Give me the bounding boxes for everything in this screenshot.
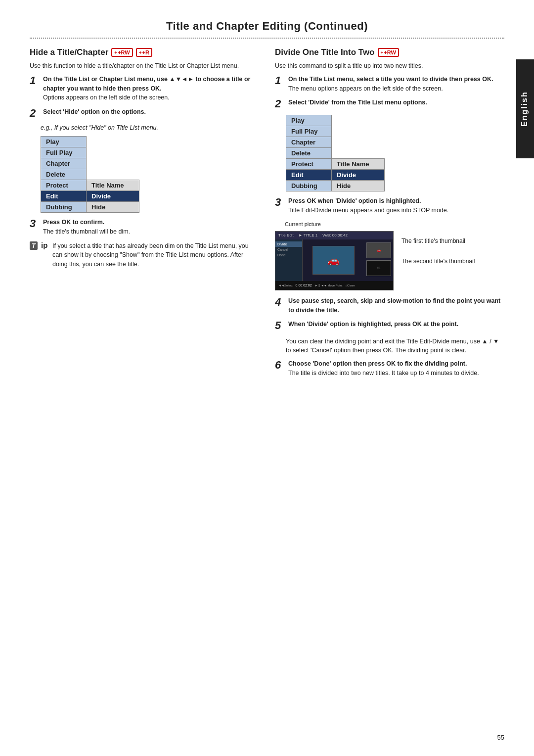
table-row: Edit Divide	[286, 170, 385, 181]
left-heading-text: Hide a Title/Chapter	[30, 47, 108, 57]
ps-bottom-select: ◄◄Select	[278, 284, 293, 287]
ps-thumb-1: 🚗	[366, 242, 391, 258]
tip-box: T ip If you select a title that has alre…	[30, 241, 259, 269]
main-content: Hide a Title/Chapter ++RW ++R Use this f…	[30, 47, 504, 383]
menu-title-name: Title Name	[87, 180, 139, 191]
step-2-content: Select 'Hide' option on the options.	[43, 107, 146, 117]
diagram-area: Current picture Title Edit ► TITLE 1 W/B…	[275, 221, 504, 290]
right-menu-full-play: Full Play	[286, 126, 332, 137]
right-step-4-num: 4	[275, 296, 286, 308]
step-3-extra: The title's thumbnail will be dim.	[43, 228, 130, 235]
ps-timecode-bar: W/B: 00:00:42	[322, 233, 348, 237]
right-column: Divide One Title Into Two ++RW Use this …	[275, 47, 504, 383]
step-3-bold: Press OK to confirm.	[43, 219, 104, 226]
tip-text: If you select a title that has already b…	[52, 241, 259, 269]
table-row: Delete	[41, 169, 139, 180]
right-step-6-bold: Choose 'Done' option then press OK to fi…	[288, 360, 467, 367]
right-step-6-extra: The title is divided into two new titles…	[288, 370, 479, 377]
step-2-num: 2	[30, 107, 41, 119]
badge-rw: ++RW	[111, 48, 133, 57]
right-step-1-bold: On the Title List menu, select a title y…	[288, 76, 493, 83]
table-row: Protect Title Name	[286, 159, 385, 170]
table-row: Play	[286, 115, 385, 126]
step-3-content: Press OK to confirm. The title's thumbna…	[43, 218, 130, 236]
right-step-2: 2 Select 'Divide' from the Title List me…	[275, 98, 504, 110]
left-step-3: 3 Press OK to confirm. The title's thumb…	[30, 218, 259, 236]
menu-hide: Hide	[87, 202, 139, 213]
ps-bottom-bar: ◄◄Select 0:00:02:02 ► ‖ ◄◄ Move Point ⌂C…	[275, 281, 393, 290]
step-1-content: On the Title List or Chapter List menu, …	[43, 75, 259, 102]
table-row: Full Play	[41, 147, 139, 158]
menu-edit: Edit	[41, 191, 87, 202]
left-step-2: 2 Select 'Hide' option on the options.	[30, 107, 259, 119]
current-picture-label: Current picture	[285, 221, 504, 227]
table-row: Play	[41, 137, 139, 147]
right-step-4-bold: Use pause step, search, skip and slow-mo…	[288, 297, 500, 314]
right-intro: Use this command to split a title up int…	[275, 61, 504, 71]
right-step-5-bold: When 'Divide' option is highlighted, pre…	[288, 321, 458, 328]
dotted-divider	[30, 38, 504, 39]
menu-play: Play	[41, 137, 87, 147]
english-sidebar: English	[516, 59, 534, 158]
left-section-heading: Hide a Title/Chapter ++RW ++R	[30, 47, 259, 57]
diagram-wrapper: Title Edit ► TITLE 1 W/B: 00:00:42 Divid…	[275, 231, 504, 290]
table-row: Protect Title Name	[41, 180, 139, 191]
right-step-2-num: 2	[275, 98, 286, 110]
right-step-4-content: Use pause step, search, skip and slow-mo…	[288, 296, 504, 315]
right-menu-hide: Hide	[332, 181, 385, 191]
step-1-num: 1	[30, 75, 41, 87]
step-3-num: 3	[30, 218, 41, 230]
step-1-extra: Options appears on the left side of the …	[43, 94, 170, 101]
right-step-1-extra: The menu options appears on the left sid…	[288, 85, 443, 92]
diagram-note-1: The first title's thumbnail	[401, 236, 475, 246]
table-row: Dubbing Hide	[286, 181, 385, 191]
page-number: 55	[497, 734, 504, 741]
ps-title-left: Title Edit	[278, 233, 294, 237]
table-row: Edit Divide	[41, 191, 139, 202]
right-step-1-content: On the Title List menu, select a title y…	[288, 75, 493, 94]
ps-car-icon: 🚗	[327, 254, 340, 266]
right-step-5: 5 When 'Divide' option is highlighted, p…	[275, 320, 504, 331]
table-row: Full Play	[286, 126, 385, 137]
badge-r: ++R	[136, 48, 152, 57]
menu-chapter: Chapter	[41, 158, 87, 169]
right-step-1: 1 On the Title List menu, select a title…	[275, 75, 504, 94]
ps-panel-done: Done	[275, 252, 302, 258]
diagram-note-2: The second title's thumbnail	[401, 256, 475, 266]
ps-bottom-move: ► ‖ ◄◄ Move Point	[315, 284, 343, 287]
menu-delete: Delete	[41, 169, 87, 180]
right-menu-play: Play	[286, 115, 332, 126]
right-step-5-content: When 'Divide' option is highlighted, pre…	[288, 320, 458, 329]
ps-panel-cancel: Cancel	[275, 247, 302, 252]
menu-divide: Divide	[87, 191, 139, 202]
left-column: Hide a Title/Chapter ++RW ++R Use this f…	[30, 47, 259, 383]
ps-center: 🚗	[303, 239, 364, 281]
ps-right-thumbs: 🚗 #1	[364, 239, 393, 281]
right-step-6-num: 6	[275, 359, 286, 371]
right-menu-divide: Divide	[332, 170, 385, 181]
left-intro: Use this function to hide a title/chapte…	[30, 61, 259, 71]
ps-left-panel: Divide Cancel Done	[275, 239, 303, 281]
ps-main-image: 🚗	[312, 246, 355, 275]
left-menu-table: Play Full Play Chapter Delete Protect Ti…	[41, 136, 139, 213]
right-menu-table: Play Full Play Chapter Delete Protect Ti…	[286, 115, 385, 191]
right-menu-protect: Protect	[286, 159, 332, 170]
right-menu-delete: Delete	[286, 148, 332, 159]
left-step-1: 1 On the Title List or Chapter List menu…	[30, 75, 259, 102]
right-step-2-content: Select 'Divide' from the Title List menu…	[288, 98, 427, 107]
menu-dubbing: Dubbing	[41, 202, 87, 213]
menu-full-play: Full Play	[41, 147, 87, 158]
right-step-6-content: Choose 'Done' option then press OK to fi…	[288, 359, 479, 378]
right-step-2-bold: Select 'Divide' from the Title List menu…	[288, 99, 427, 106]
ps-bottom-close: ⌂Close	[346, 284, 355, 287]
table-row: Chapter	[286, 137, 385, 148]
right-step-3-bold: Press OK when 'Divide' option is highlig…	[288, 197, 421, 204]
ps-main: Divide Cancel Done 🚗 🚗	[275, 239, 393, 281]
right-menu-chapter: Chapter	[286, 137, 332, 148]
right-step-5-text: You can clear the dividing point and exi…	[286, 337, 504, 356]
tip-icon: T	[30, 241, 38, 250]
right-step-3: 3 Press OK when 'Divide' option is highl…	[275, 196, 504, 215]
table-row: Dubbing Hide	[41, 202, 139, 213]
right-menu-title-name: Title Name	[332, 159, 385, 170]
right-step-3-extra: Title Edit-Divide menu appears and goes …	[288, 207, 448, 214]
